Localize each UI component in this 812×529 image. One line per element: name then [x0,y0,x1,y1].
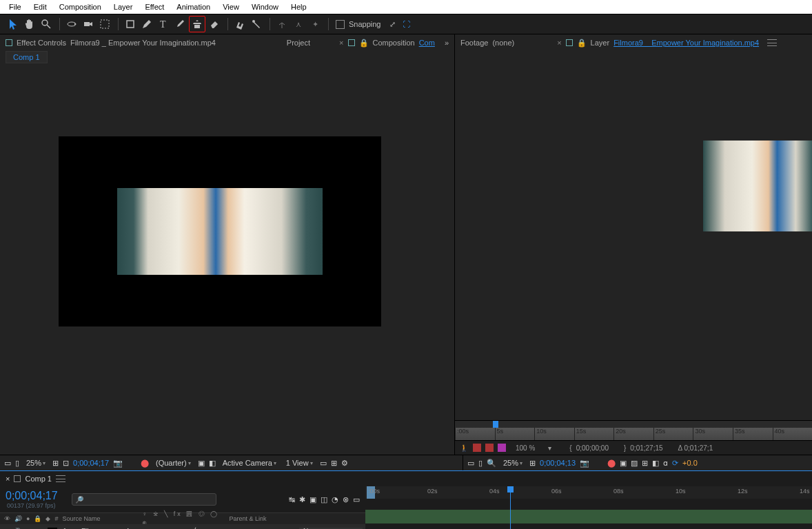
columns-icon[interactable]: ▯ [478,459,483,468]
menu-edit[interactable]: Edit [28,1,53,13]
sq-icon[interactable]: ◧ [652,459,659,468]
mesh-tool[interactable]: ✦ [307,17,323,32]
menu-effect[interactable]: Effect [139,1,170,13]
source-name-col[interactable]: Source Name [61,515,139,522]
menu-help[interactable]: Help [285,1,313,13]
menu-window[interactable]: Window [245,1,285,13]
snapping-options-icon[interactable]: ⤢ [389,20,396,29]
mini-tc-end[interactable]: 0;01;27;15 [630,444,662,452]
orbit-tool[interactable] [64,17,79,32]
tab-layer[interactable]: Layer [591,39,610,47]
zoom-dropdown[interactable]: 25%▾ [23,459,48,467]
menu-composition[interactable]: Composition [53,1,108,13]
zoom-tool[interactable] [39,17,54,32]
option-icon[interactable]: ⊞ [331,459,337,468]
text-tool[interactable]: T [156,17,171,32]
walk-icon[interactable]: 🚶 [459,443,469,453]
timeline-ruler[interactable]: :00s 02s 04s 06s 08s 10s 12s 14s [365,486,812,499]
quality-dropdown[interactable]: (Quarter)▾ [153,459,194,467]
bone-tool[interactable]: ⋏ [291,17,306,32]
rectangle-tool[interactable] [123,17,138,32]
timeline-tracks[interactable]: :00s 02s 04s 06s 08s 10s 12s 14s [365,486,812,529]
grid-icon[interactable]: ⊡ [63,459,69,468]
mini-zoom-label[interactable]: 100 % [510,444,540,452]
layer-mini-timeline[interactable]: :00s 5s 10s 15s 20s 25s 30s 35s 40s [455,420,812,440]
solo-col-icon[interactable]: ● [25,515,31,522]
monitor-icon[interactable]: ▭ [4,459,11,468]
option-icon[interactable]: ⚙ [341,459,348,468]
timeline-search-input[interactable]: 🔎 [72,493,216,506]
snapping-bounds-icon[interactable]: ⛶ [403,20,410,28]
graph-icon[interactable]: ✱ [299,495,305,504]
layer-viewer[interactable] [455,51,812,420]
chevron-down-icon[interactable]: ▾ [545,443,554,453]
views-dropdown[interactable]: 1 View▾ [283,459,316,467]
magenta-box-icon[interactable] [498,444,506,452]
timeline-comp-tab[interactable]: Comp 1 [25,475,52,483]
sq-icon[interactable]: ▨ [631,459,638,468]
viewer-timecode[interactable]: 0;00;04;13 [540,459,576,467]
resolution-icon[interactable]: ⊞ [52,459,59,468]
menu-animation[interactable]: Animation [170,1,216,13]
shy-icon[interactable]: ↹ [289,495,295,504]
render-icon[interactable]: ▭ [353,495,360,504]
frame-blend-icon[interactable]: ◫ [321,495,327,504]
composition-viewer[interactable] [0,65,454,455]
exposure-value[interactable]: +0.0 [682,459,698,467]
motion-blur-icon[interactable]: ◔ [332,495,338,504]
mask-icon[interactable]: ◧ [209,459,216,468]
lock-icon[interactable]: 🔒 [577,39,587,48]
red-box-icon[interactable] [485,444,494,452]
mini-tc-start[interactable]: 0;00;00;00 [576,444,609,452]
tab-close-icon[interactable]: × [339,39,343,47]
tab-effect-controls[interactable]: Effect Controls [17,39,66,47]
tab-project[interactable]: Project [287,39,310,47]
tab-close-icon[interactable]: × [6,475,10,483]
eraser-tool[interactable] [207,17,222,32]
label-col-icon[interactable]: ◆ [44,515,52,522]
brain-icon[interactable]: ⊗ [343,495,349,504]
puppet-tool[interactable] [249,17,264,32]
snapshot-icon[interactable]: 📷 [113,459,123,468]
sq-icon[interactable]: ⊞ [642,459,648,468]
channels-icon[interactable]: ⬤ [141,459,149,468]
channels-icon[interactable]: ⬤ [607,459,616,468]
camera-tool[interactable] [81,17,96,32]
tab-composition[interactable]: Composition [373,39,415,47]
option-icon[interactable]: ▭ [320,459,327,468]
layer-file-link[interactable]: Filmora9 _ Empower Your Imagination.mp4 [613,39,759,47]
overflow-icon[interactable]: » [445,39,449,47]
playhead-icon[interactable] [510,486,511,529]
pen-tool[interactable] [139,17,154,32]
sq-icon[interactable]: ▣ [620,459,627,468]
snapping-toggle[interactable]: Snapping ⤢ ⛶ [336,20,410,29]
camera-dropdown[interactable]: Active Camera▾ [220,459,279,467]
speaker-col-icon[interactable]: 🔊 [13,515,23,522]
timeline-current-time[interactable]: 0;00;04;17 [6,490,58,502]
alpha-icon[interactable]: ɑ [663,459,668,468]
viewer-timecode[interactable]: 0;00;04;17 [73,459,109,467]
bracket-end-icon[interactable]: } [624,444,626,452]
composition-name-link[interactable]: Com [419,39,435,47]
menu-layer[interactable]: Layer [108,1,139,13]
brush-tool[interactable] [172,17,187,32]
red-box-icon[interactable] [473,444,481,452]
comp-tab[interactable]: Comp 1 [6,51,48,63]
monitor-icon[interactable]: ▭ [467,459,474,468]
rotobrush-tool[interactable] [232,17,247,32]
mini-playhead-icon[interactable] [493,421,498,428]
bracket-start-icon[interactable]: { [569,444,571,452]
snapshot-icon[interactable]: 📷 [580,459,589,468]
transparent-icon[interactable]: ▣ [198,459,205,468]
panel-menu-icon[interactable] [767,39,777,46]
lock-col-icon[interactable]: 🔒 [32,515,43,522]
menu-file[interactable]: File [3,1,28,13]
folder-icon[interactable]: ▣ [309,495,316,504]
eye-col-icon[interactable]: 👁 [3,515,12,522]
pan-behind-tool[interactable] [97,17,112,32]
clone-stamp-tool[interactable] [189,16,205,32]
grid-icon[interactable]: ⊞ [529,459,536,468]
refresh-icon[interactable]: ⟳ [672,459,678,468]
hand-tool[interactable] [22,17,37,32]
layer-bar[interactable] [365,510,812,523]
